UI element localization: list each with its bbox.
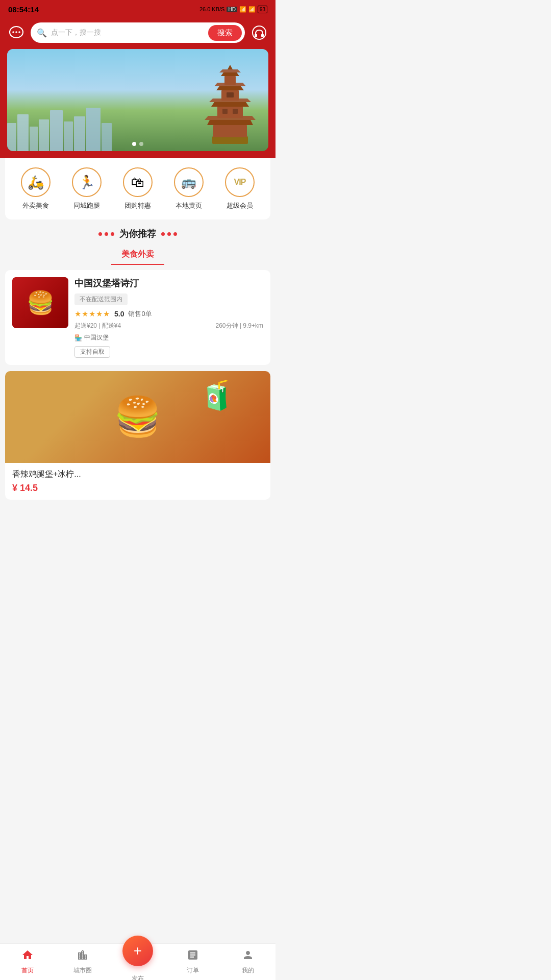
- product-image: 🍔 🧃: [5, 371, 270, 463]
- stars: ★★★★★: [74, 309, 110, 318]
- waimai-label: 外卖美食: [22, 201, 49, 210]
- search-icon: 🔍: [37, 28, 47, 38]
- tab-bar: 美食外卖: [0, 245, 276, 265]
- pagoda-image: [202, 65, 258, 146]
- search-bar[interactable]: 🔍 点一下，搜一搜 搜索: [31, 22, 245, 43]
- svg-marker-9: [207, 120, 253, 125]
- banner-container: [0, 49, 276, 158]
- product-info: 香辣鸡腿堡+冰柠... ¥ 14.5: [5, 463, 270, 500]
- dot-2: [139, 142, 143, 146]
- category-tuangou[interactable]: 🛍 团购特惠: [123, 167, 153, 210]
- svg-marker-12: [211, 102, 249, 107]
- status-time: 08:54:14: [8, 5, 39, 14]
- recommend-title: 为你推荐: [119, 228, 156, 240]
- svg-marker-20: [228, 65, 233, 69]
- signal-icon: 📶: [248, 6, 256, 13]
- category-name: 中国汉堡: [84, 333, 109, 342]
- banner-image[interactable]: [7, 49, 268, 151]
- svg-rect-6: [261, 34, 264, 37]
- svg-rect-22: [222, 109, 228, 114]
- drink-emoji: 🧃: [199, 379, 235, 412]
- self-pickup-badge: 支持自取: [74, 346, 110, 358]
- network-speed: 26.0 KB/S: [199, 6, 225, 12]
- category-huangye[interactable]: 🚌 本地黄页: [174, 167, 204, 210]
- restaurant-info: 中国汉堡塔诗汀 不在配送范围内 ★★★★★ 5.0 销售0单 起送¥20 | 配…: [74, 277, 263, 358]
- dot-1: [132, 142, 136, 146]
- restaurant-name: 中国汉堡塔诗汀: [74, 277, 263, 289]
- header: 🔍 点一下，搜一搜 搜索: [0, 18, 276, 49]
- categories: 🛵 外卖美食 🏃 同城跑腿 🛍 团购特惠 🚌 本地黄页 VIP 超级会员: [5, 158, 270, 219]
- svg-marker-18: [221, 72, 239, 76]
- svg-rect-23: [233, 109, 238, 114]
- store-icon: 🏪: [74, 334, 82, 341]
- status-icons: 26.0 KB/S HD 📶 📶 93: [199, 6, 267, 13]
- svg-rect-11: [217, 107, 243, 118]
- battery-indicator: 93: [258, 6, 267, 13]
- paotui-icon: 🏃: [79, 175, 95, 190]
- svg-marker-15: [216, 86, 244, 90]
- svg-rect-7: [212, 136, 248, 144]
- restaurant-image: 新店 🍔: [12, 277, 68, 328]
- city-buildings: [7, 108, 112, 151]
- tuangou-icon: 🛍: [131, 175, 144, 190]
- delivery-row: 起送¥20 | 配送¥4 260分钟 | 9.9+km: [74, 322, 263, 330]
- product-name: 香辣鸡腿堡+冰柠...: [12, 469, 263, 480]
- restaurant-card[interactable]: 新店 🍔 中国汉堡塔诗汀 不在配送范围内 ★★★★★ 5.0 销售0单 起送¥2…: [5, 270, 270, 365]
- burger-emoji: 🍔: [114, 395, 162, 439]
- paotui-label: 同城跑腿: [73, 201, 100, 210]
- recommend-header: 为你推荐: [0, 228, 276, 240]
- waimai-icon: 🛵: [28, 175, 44, 190]
- delivery-time: 260分钟 | 9.9+km: [216, 322, 264, 330]
- wifi-icon: 📶: [239, 6, 246, 13]
- svg-point-3: [18, 31, 20, 33]
- huangye-label: 本地黄页: [176, 201, 202, 210]
- chat-icon[interactable]: [7, 23, 26, 42]
- banner-dots: [132, 142, 143, 146]
- product-card[interactable]: 🍔 🧃 香辣鸡腿堡+冰柠... ¥ 14.5: [5, 371, 270, 500]
- status-bar: 08:54:14 26.0 KB/S HD 📶 📶 93: [0, 0, 276, 18]
- headset-icon[interactable]: [250, 23, 268, 42]
- bottom-spacer: [0, 506, 276, 547]
- rating-score: 5.0: [114, 310, 124, 318]
- category-vip[interactable]: VIP 超级会员: [225, 167, 255, 210]
- product-price: ¥ 14.5: [12, 483, 263, 494]
- category-waimai[interactable]: 🛵 外卖美食: [21, 167, 51, 210]
- sales: 销售0单: [128, 309, 152, 318]
- svg-point-1: [12, 31, 14, 33]
- hd-badge: HD: [227, 7, 237, 12]
- huangye-icon: 🚌: [181, 175, 196, 189]
- tuangou-label: 团购特惠: [124, 201, 151, 210]
- not-in-range-badge: 不在配送范围内: [74, 293, 128, 305]
- svg-point-4: [253, 26, 266, 39]
- svg-rect-5: [255, 34, 257, 37]
- vip-label: 超级会员: [227, 201, 253, 210]
- recommend-dots-right: [161, 232, 177, 236]
- svg-marker-19: [219, 69, 241, 72]
- svg-rect-21: [227, 92, 234, 97]
- svg-rect-8: [213, 125, 247, 137]
- tab-food[interactable]: 美食外卖: [111, 245, 164, 265]
- search-button[interactable]: 搜索: [208, 25, 242, 41]
- min-order: 起送¥20 | 配送¥4: [74, 322, 121, 330]
- food-list: 新店 🍔 中国汉堡塔诗汀 不在配送范围内 ★★★★★ 5.0 销售0单 起送¥2…: [0, 270, 276, 500]
- vip-icon: VIP: [234, 178, 246, 187]
- restaurant-top: 新店 🍔 中国汉堡塔诗汀 不在配送范围内 ★★★★★ 5.0 销售0单 起送¥2…: [12, 277, 263, 358]
- category-paotui[interactable]: 🏃 同城跑腿: [72, 167, 102, 210]
- category-tag: 🏪 中国汉堡: [74, 333, 263, 342]
- rating-row: ★★★★★ 5.0 销售0单: [74, 309, 263, 318]
- svg-rect-17: [224, 76, 236, 85]
- search-placeholder: 点一下，搜一搜: [51, 28, 204, 37]
- recommend-dots-left: [98, 232, 114, 236]
- svg-point-2: [15, 31, 17, 33]
